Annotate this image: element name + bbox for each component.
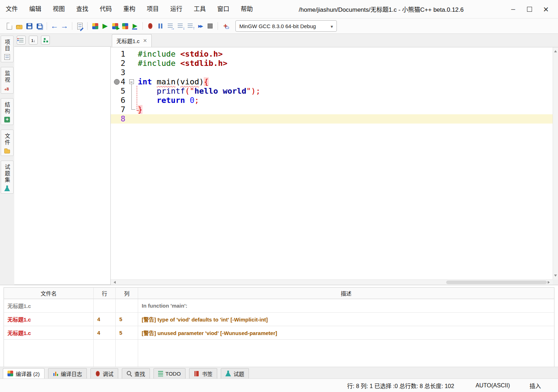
issue-col[interactable] bbox=[116, 299, 138, 313]
debug-button[interactable] bbox=[145, 21, 155, 31]
forward-button[interactable] bbox=[59, 21, 69, 31]
fold-guide-line bbox=[131, 84, 135, 110]
line-number[interactable]: 6 bbox=[111, 96, 127, 105]
issue-line[interactable]: 4 bbox=[94, 313, 116, 326]
continue-button[interactable] bbox=[195, 21, 205, 31]
line-number[interactable]: 8 bbox=[111, 114, 127, 124]
issue-file[interactable]: 无标题1.c bbox=[4, 299, 94, 313]
menu-code[interactable]: 代码 bbox=[94, 0, 118, 18]
step-over-button[interactable] bbox=[165, 21, 175, 31]
issue-col[interactable]: 5 bbox=[116, 313, 138, 326]
code-line[interactable]: 4int main(viod){ bbox=[111, 77, 553, 87]
line-number[interactable]: 5 bbox=[111, 87, 127, 96]
breakpoint-marker-icon[interactable] bbox=[114, 79, 120, 85]
save-all-button[interactable] bbox=[34, 21, 44, 31]
editor-tab[interactable]: 无标题1.c bbox=[112, 34, 152, 47]
open-button[interactable] bbox=[14, 21, 24, 31]
menu-project[interactable]: 项目 bbox=[141, 0, 165, 18]
minimize-button[interactable] bbox=[507, 4, 519, 15]
compile-button[interactable] bbox=[90, 21, 100, 31]
rebuild-button[interactable] bbox=[120, 21, 130, 31]
bottom-tab-todo[interactable]: TODO bbox=[153, 368, 186, 378]
save-button[interactable] bbox=[24, 21, 34, 31]
encoding-status[interactable]: AUTO(ASCII) bbox=[475, 382, 510, 389]
sidebar-tab-problem-set[interactable]: 试题集 bbox=[1, 161, 14, 194]
tree-button[interactable] bbox=[41, 36, 50, 45]
pause-button[interactable] bbox=[155, 21, 165, 31]
step-into-button[interactable] bbox=[175, 21, 185, 31]
menu-tools[interactable]: 工具 bbox=[188, 0, 212, 18]
menu-edit[interactable]: 编辑 bbox=[24, 0, 47, 18]
issue-description[interactable]: [警告] type of 'viod' defaults to 'int' [-… bbox=[138, 313, 554, 326]
code-editor[interactable]: 1#include <stdio.h>2#include <stdlib.h>3… bbox=[111, 47, 558, 285]
bottom-tab-debug[interactable]: 调试 bbox=[90, 368, 118, 378]
close-button[interactable] bbox=[540, 4, 552, 15]
code-line[interactable]: 7} bbox=[111, 105, 553, 114]
issue-line[interactable] bbox=[94, 299, 116, 313]
sort-button[interactable] bbox=[29, 36, 38, 45]
reformat-button[interactable] bbox=[75, 21, 85, 31]
filter-button[interactable] bbox=[17, 36, 26, 45]
line-number[interactable]: 1 bbox=[111, 49, 127, 59]
bottom-tab-label: 查找 bbox=[135, 370, 145, 377]
issue-col[interactable]: 5 bbox=[116, 326, 138, 340]
maximize-button[interactable] bbox=[524, 4, 535, 15]
scroll-up-icon[interactable] bbox=[554, 49, 557, 52]
issue-file[interactable]: 无标题1.c bbox=[4, 313, 94, 326]
code-line[interactable]: 1#include <stdio.h> bbox=[111, 49, 553, 59]
code-token: " bbox=[190, 87, 194, 95]
issue-description[interactable]: In function 'main': bbox=[138, 299, 554, 313]
sidebar-tab-structure[interactable]: 结构 bbox=[1, 98, 14, 125]
bottom-tab-bookmarks[interactable]: 书签 bbox=[189, 368, 217, 378]
menu-window[interactable]: 窗口 bbox=[212, 0, 235, 18]
project-icon bbox=[4, 54, 10, 60]
project-panel-body[interactable] bbox=[14, 46, 111, 285]
sidebar-tab-files[interactable]: 文件 bbox=[1, 130, 14, 156]
code-fold-icon[interactable] bbox=[129, 79, 134, 84]
sidebar-tab-watch[interactable]: 监视 bbox=[1, 67, 14, 94]
menu-file[interactable]: 文件 bbox=[0, 0, 24, 18]
menu-help[interactable]: 帮助 bbox=[235, 0, 259, 18]
code-token: " bbox=[246, 87, 251, 95]
debug-run-button[interactable] bbox=[130, 21, 140, 31]
horizontal-scrollbar[interactable] bbox=[111, 279, 553, 285]
project-panel bbox=[14, 34, 111, 285]
menu-run[interactable]: 运行 bbox=[165, 0, 188, 18]
back-button[interactable] bbox=[49, 21, 59, 31]
step-out-button[interactable] bbox=[185, 21, 195, 31]
code-line[interactable]: 8 bbox=[111, 114, 553, 124]
add-watch-button[interactable] bbox=[220, 21, 230, 31]
menu-view[interactable]: 视图 bbox=[47, 0, 71, 18]
code-line[interactable]: 2#include <stdlib.h> bbox=[111, 59, 553, 68]
code-line[interactable]: 6 return 0; bbox=[111, 96, 553, 105]
scroll-left-icon[interactable] bbox=[112, 281, 116, 284]
line-number[interactable]: 3 bbox=[111, 68, 127, 77]
issue-file[interactable]: 无标题1.c bbox=[4, 326, 94, 340]
insert-mode-status[interactable]: 插入 bbox=[530, 381, 541, 390]
scroll-right-icon[interactable] bbox=[548, 281, 551, 284]
code-line[interactable]: 3 bbox=[111, 68, 553, 77]
close-tab-icon[interactable] bbox=[143, 37, 147, 45]
sidebar-tab-project[interactable]: 项目 bbox=[1, 36, 14, 62]
line-number[interactable]: 2 bbox=[111, 59, 127, 68]
issue-line[interactable]: 4 bbox=[94, 326, 116, 340]
new-file-button[interactable] bbox=[4, 21, 14, 31]
compiler-profile-select[interactable]: MinGW GCC 8.3.0 64-bit Debug bbox=[235, 20, 337, 32]
bottom-tab-problem[interactable]: 试题 bbox=[221, 368, 249, 378]
bottom-tab-compiler[interactable]: 编译器 (2) bbox=[3, 368, 45, 378]
scroll-down-icon[interactable] bbox=[554, 275, 557, 278]
run-button[interactable] bbox=[100, 21, 110, 31]
line-number[interactable]: 7 bbox=[111, 105, 127, 114]
horizontal-scroll-thumb[interactable] bbox=[446, 281, 547, 284]
scroll-corner bbox=[553, 279, 558, 285]
stop-button[interactable] bbox=[205, 21, 215, 31]
titlebar: 文件编辑视图查找代码重构项目运行工具窗口帮助 /home/jiashun/Doc… bbox=[0, 0, 558, 19]
bottom-tab-find[interactable]: 查找 bbox=[122, 368, 150, 378]
menu-refactor[interactable]: 重构 bbox=[118, 0, 141, 18]
code-line[interactable]: 5 printf("hello world"); bbox=[111, 87, 553, 96]
issue-description[interactable]: [警告] unused parameter 'viod' [-Wunused-p… bbox=[138, 326, 554, 340]
bottom-tab-compile-log[interactable]: 编译日志 bbox=[48, 368, 87, 378]
vertical-scrollbar[interactable] bbox=[553, 47, 558, 279]
menu-search[interactable]: 查找 bbox=[71, 0, 94, 18]
compile-run-button[interactable] bbox=[110, 21, 120, 31]
